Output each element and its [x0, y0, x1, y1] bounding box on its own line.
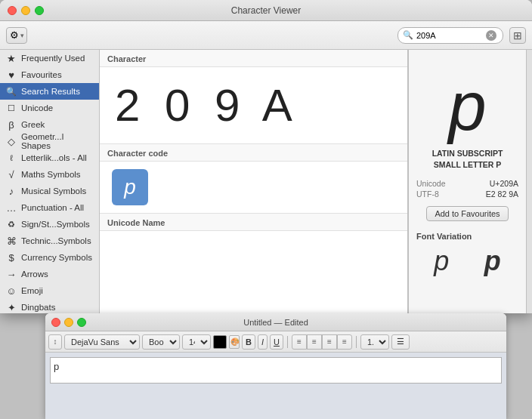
character-header: Character	[100, 50, 407, 67]
text-color-picker[interactable]	[213, 335, 227, 349]
sidebar-item-musical-symbols[interactable]: ♪ Musical Symbols	[0, 183, 99, 199]
star-icon: ★	[6, 53, 17, 64]
traffic-lights	[8, 6, 44, 15]
formatting-toolbar: ↕ DejaVu Sans Book 14 🎨 B I U ≡ ≡ ≡ ≡ 1.…	[45, 331, 506, 353]
sidebar-label-geometric: Geometr...l Shapes	[21, 132, 93, 150]
highlight-color-button[interactable]: 🎨	[229, 335, 240, 349]
utf8-value: E2 82 9A	[486, 189, 518, 199]
sidebar-item-currency-symbols[interactable]: $ Currency Symbols	[0, 249, 99, 266]
line-spacing-select[interactable]: 1.0	[360, 334, 389, 350]
sidebar-label-sign: Sign/St...Symbols	[21, 220, 90, 229]
dollar-icon: $	[6, 252, 17, 263]
font-variation-section: Font Variation p p	[416, 232, 518, 277]
main-content: ★ Frequently Used ♥ Favourites 🔍 Search …	[0, 50, 532, 313]
sidebar-label-technical: Technic...Symbols	[21, 236, 91, 245]
sidebar-label-search-results: Search Results	[21, 87, 80, 96]
window-title: Character Viewer	[231, 5, 301, 16]
technical-icon: ⌘	[6, 236, 17, 247]
italic-button[interactable]: I	[258, 334, 268, 350]
separator1	[287, 336, 288, 348]
align-justify-button[interactable]: ≡	[337, 334, 352, 350]
gear-dropdown-arrow: ▾	[20, 32, 24, 39]
separator2	[356, 336, 357, 348]
maximize-button[interactable]	[35, 6, 44, 15]
font-family-select[interactable]: DejaVu Sans	[64, 334, 140, 350]
greek-icon: β	[6, 119, 17, 131]
char-name-line2: SMALL LETTER P	[434, 160, 502, 169]
add-to-favourites-button[interactable]: Add to Favourites	[426, 206, 508, 221]
search-box: 🔍 ✕	[397, 27, 503, 44]
dingbats-icon: ✦	[6, 302, 17, 313]
sidebar-label-arrows: Arrows	[21, 270, 48, 279]
music-icon: ♪	[6, 186, 17, 197]
font-style-select[interactable]: Book	[142, 334, 180, 350]
sidebar-item-maths-symbols[interactable]: √ Maths Symbols	[0, 166, 99, 183]
untitled-title-bar: Untitled — Edited	[45, 313, 506, 331]
utf8-label: UTF-8	[416, 189, 439, 199]
sidebar-item-sign-symbols[interactable]: ♻ Sign/St...Symbols	[0, 216, 99, 233]
gear-button[interactable]: ⚙ ▾	[6, 27, 27, 44]
big-char-display: p	[448, 72, 486, 140]
sidebar-label-greek: Greek	[21, 120, 45, 129]
char-name-label: LATIN SUBSCRIPT SMALL LETTER P	[432, 148, 503, 170]
unicode-info: Unicode U+209A UTF-8 E2 82 9A	[416, 179, 518, 200]
text-area-wrapper: p	[45, 353, 506, 419]
sidebar-item-unicode[interactable]: ☐ Unicode	[0, 100, 99, 116]
search-input[interactable]	[416, 31, 484, 40]
format-dropdown-toggle[interactable]: ↕	[48, 334, 62, 350]
sidebar-label-maths: Maths Symbols	[21, 170, 81, 179]
untitled-minimize-button[interactable]	[64, 318, 73, 327]
character-viewer-window: Character Viewer ⚙ ▾ 🔍 ✕ ⊞ ★ Frequently …	[0, 0, 532, 313]
grid-view-button[interactable]: ⊞	[509, 27, 526, 44]
font-variation-chars: p p	[416, 245, 518, 277]
minimize-button[interactable]	[21, 6, 30, 15]
sidebar-item-favourites[interactable]: ♥ Favourites	[0, 66, 99, 83]
code-section: Character code p	[100, 144, 407, 214]
font-variation-label: Font Variation	[416, 232, 518, 241]
untitled-maximize-button[interactable]	[77, 318, 86, 327]
align-right-button[interactable]: ≡	[322, 334, 337, 350]
align-left-button[interactable]: ≡	[292, 334, 307, 350]
unicode-name-header: Unicode Name	[100, 214, 407, 231]
sidebar-label-favourites: Favourites	[21, 70, 62, 79]
sidebar-label-currency: Currency Symbols	[21, 253, 92, 262]
font-var-char1: p	[434, 245, 449, 277]
search-clear-button[interactable]: ✕	[486, 30, 496, 41]
grid-icon: ⊞	[513, 29, 522, 42]
letterlike-icon: ℓ	[6, 153, 17, 162]
sqrt-icon: √	[6, 169, 17, 180]
sidebar-item-letterlike[interactable]: ℓ Letterlik...ols - All	[0, 149, 99, 166]
char-display: 2 0 9 A	[100, 67, 407, 144]
unicode-icon: ☐	[6, 103, 17, 113]
recycle-icon: ♻	[6, 220, 17, 230]
document-text-area[interactable]: p	[50, 357, 502, 384]
toolbar: ⚙ ▾ 🔍 ✕ ⊞	[0, 21, 532, 50]
sidebar-item-frequently-used[interactable]: ★ Frequently Used	[0, 50, 99, 66]
sidebar-item-technical-symbols[interactable]: ⌘ Technic...Symbols	[0, 233, 99, 249]
sidebar-label-musical: Musical Symbols	[21, 186, 86, 196]
sidebar-item-geometric-shapes[interactable]: ◇ Geometr...l Shapes	[0, 133, 99, 149]
utf8-row: UTF-8 E2 82 9A	[416, 189, 518, 199]
underline-button[interactable]: U	[270, 334, 283, 350]
untitled-title-text: Untitled — Edited	[51, 318, 500, 327]
sidebar-item-punctuation[interactable]: … Punctuation - All	[0, 199, 99, 216]
sidebar-item-arrows[interactable]: → Arrows	[0, 266, 99, 282]
sidebar-item-emoji[interactable]: ☺ Emoji	[0, 282, 99, 299]
font-size-select[interactable]: 14	[182, 334, 211, 350]
sidebar-item-search-results[interactable]: 🔍 Search Results	[0, 83, 99, 100]
unicode-row: Unicode U+209A	[416, 179, 518, 188]
font-var-char2: p	[484, 245, 501, 277]
bold-button[interactable]: B	[242, 334, 255, 350]
sidebar-label-punctuation: Punctuation - All	[21, 203, 84, 212]
sidebar: ★ Frequently Used ♥ Favourites 🔍 Search …	[0, 50, 100, 313]
scrollbar[interactable]	[526, 50, 532, 313]
untitled-close-button[interactable]	[51, 318, 60, 327]
sidebar-item-greek[interactable]: β Greek	[0, 116, 99, 133]
sidebar-item-dingbats[interactable]: ✦ Dingbats	[0, 299, 99, 313]
align-center-button[interactable]: ≡	[307, 334, 322, 350]
document-content: p	[54, 361, 59, 372]
list-style-button[interactable]: ☰	[391, 334, 410, 350]
sidebar-label-unicode: Unicode	[21, 103, 53, 112]
close-button[interactable]	[8, 6, 17, 15]
title-bar: Character Viewer	[0, 0, 532, 21]
